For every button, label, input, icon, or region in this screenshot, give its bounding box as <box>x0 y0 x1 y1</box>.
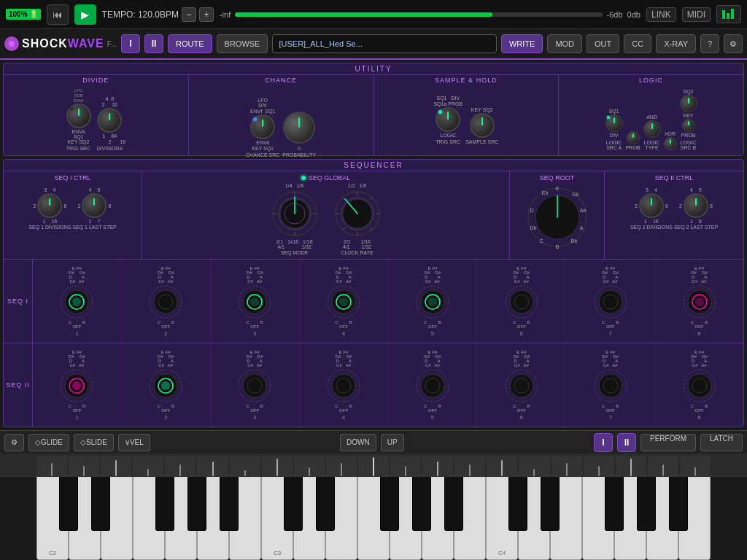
down-button[interactable]: DOWN <box>340 434 376 451</box>
sh-trig-knob[interactable] <box>436 107 460 132</box>
seq2-step-7[interactable]: EF# D#G# DA C#A# CB OFF 7 <box>566 343 655 427</box>
key-gs3[interactable] <box>412 477 431 531</box>
piano-keyboard: C2 C3 C4 <box>0 477 747 560</box>
vel-slider-19[interactable] <box>616 456 646 476</box>
divide-trig-knob[interactable] <box>66 104 91 128</box>
playmode-ii-button[interactable]: II <box>617 433 636 452</box>
vel-slider-6[interactable] <box>197 456 228 476</box>
levels-button[interactable] <box>716 5 741 23</box>
seq1-step-5[interactable]: EF# D#G# DA C#A# CB OFF 5 <box>389 260 478 343</box>
seq1-step-1[interactable]: EF# D#G# DA C#A# CB OFF 1 <box>33 260 122 343</box>
vel-slider-11[interactable] <box>358 456 389 476</box>
out-button[interactable]: OUT <box>587 34 619 53</box>
vel-slider-9[interactable] <box>294 456 325 476</box>
route-button[interactable]: ROUTE <box>168 34 212 53</box>
seq2-last-step-knob[interactable] <box>684 193 708 218</box>
settings-button[interactable]: ⚙ <box>724 34 743 53</box>
playmode-i-button[interactable]: I <box>594 433 613 452</box>
seq2-step-6[interactable]: EF# D#G# DA C#A# CB OFF 6 <box>477 343 566 427</box>
vel-slider-16[interactable] <box>519 456 549 476</box>
vel-slider-3[interactable] <box>101 456 131 476</box>
cc-button[interactable]: CC <box>624 34 651 53</box>
logic-and-knob[interactable] <box>643 120 661 138</box>
vel-slider-20[interactable] <box>648 456 678 476</box>
vel-slider-7[interactable] <box>230 456 260 476</box>
key-as4[interactable] <box>669 477 688 531</box>
vel-slider-18[interactable] <box>584 456 614 476</box>
seq2-divisions-knob[interactable] <box>639 193 664 218</box>
seq1-step-7[interactable]: EF# D#G# DA C#A# CB OFF 7 <box>566 260 655 343</box>
key-fs2[interactable] <box>155 477 174 531</box>
up-button[interactable]: UP <box>381 434 404 451</box>
vel-slider-2[interactable] <box>69 456 99 476</box>
seq1-step-3[interactable]: EF# D#G# DA C#A# CB OFF 3 <box>211 260 300 343</box>
key-fs4[interactable] <box>605 477 624 531</box>
seq2-step-8[interactable]: EF# D#G# DA C#A# CB OFF 8 <box>655 343 743 427</box>
seq1-step-6[interactable]: EF# D#G# DA C#A# CB OFF 6 <box>477 260 566 343</box>
vel-slider-12[interactable] <box>390 456 421 476</box>
browse-button[interactable]: BROWSE <box>217 34 268 53</box>
chance-probability-knob[interactable] <box>283 112 315 144</box>
bottom-controls-bar: ⚙ ◇GLIDE ◇SLIDE ∨VEL DOWN UP I II PERFOR… <box>0 430 747 454</box>
seq2-step-3[interactable]: EF# D#G# DA C#A# CB OFF 3 <box>211 343 300 427</box>
tempo-minus-button[interactable]: − <box>182 7 196 22</box>
seq1-step-8[interactable]: EF# D#G# DA C#A# CB OFF 8 <box>655 260 743 343</box>
key-fs3[interactable] <box>380 477 399 531</box>
write-button[interactable]: WRITE <box>501 34 543 53</box>
key-gs2[interactable] <box>187 477 206 531</box>
logic-sq1-knob[interactable] <box>605 114 623 132</box>
seq2-step-2[interactable]: EF# D#G# DA C#A# CB OFF 2 <box>122 343 211 427</box>
key-as3[interactable] <box>444 477 463 531</box>
play-button[interactable]: ▶ <box>74 4 96 25</box>
logic-prob-knob[interactable] <box>627 131 640 144</box>
seq2-step-1[interactable]: EF# D#G# DA C#A# CB OFF 1 <box>33 343 122 427</box>
vel-slider-14[interactable] <box>454 456 485 476</box>
vel-slider-10[interactable] <box>326 456 357 476</box>
volume-track[interactable] <box>235 12 602 17</box>
plugin-ii-button[interactable]: II <box>144 34 163 53</box>
glide-button[interactable]: ◇GLIDE <box>28 434 69 451</box>
seq1-divisions-knob[interactable] <box>37 193 62 218</box>
vel-button[interactable]: ∨VEL <box>118 434 150 451</box>
perform-button[interactable]: PERFORM <box>640 434 696 451</box>
key-ds2[interactable] <box>91 477 110 531</box>
vel-slider-5[interactable] <box>165 456 196 476</box>
vel-slider-4[interactable] <box>133 456 163 476</box>
logic-sq2-knob[interactable] <box>680 95 697 112</box>
seq1-last-step-knob[interactable] <box>82 193 107 218</box>
key-cs4[interactable] <box>508 477 527 531</box>
xray-button[interactable]: X-RAY <box>656 34 696 53</box>
vel-slider-1[interactable] <box>36 456 67 476</box>
vel-slider-17[interactable] <box>551 456 582 476</box>
plugin-i-button[interactable]: I <box>121 34 140 53</box>
key-gs4[interactable] <box>637 477 656 531</box>
slide-button[interactable]: ◇SLIDE <box>74 434 114 451</box>
seq1-step-4[interactable]: EF# D#G# DA C#A# CB OFF 4 <box>300 260 389 343</box>
help-button[interactable]: ? <box>700 34 719 53</box>
latch-button[interactable]: LATCH <box>700 434 743 451</box>
key-ds4[interactable] <box>541 477 560 531</box>
preset-display[interactable]: [USER]_ALL_Hed Se... <box>272 34 496 53</box>
seq1-step-2[interactable]: EF# D#G# DA C#A# CB OFF 2 <box>122 260 211 343</box>
key-cs2[interactable] <box>59 477 78 531</box>
sh-sample-knob[interactable] <box>470 113 495 138</box>
vel-slider-13[interactable] <box>422 456 453 476</box>
vel-slider-15[interactable] <box>487 456 517 476</box>
vel-slider-21[interactable] <box>680 456 711 476</box>
logic-xor-knob[interactable] <box>664 137 677 150</box>
tempo-plus-button[interactable]: + <box>199 7 214 22</box>
vel-slider-8[interactable] <box>262 456 293 476</box>
mod-button[interactable]: MOD <box>547 34 582 53</box>
divide-divisions-knob[interactable] <box>97 108 122 133</box>
seq2-step-4[interactable]: EF# D#G# DA C#A# CB OFF 4 <box>300 343 389 427</box>
link-button[interactable]: LINK <box>646 7 676 22</box>
logic-key-knob[interactable] <box>682 119 695 132</box>
seq2-step-5[interactable]: EF# D#G# DA C#A# CB OFF 5 <box>389 343 478 427</box>
settings-gear-button[interactable]: ⚙ <box>4 434 24 451</box>
midi-button[interactable]: MIDI <box>682 7 711 22</box>
chance-src-knob[interactable] <box>250 114 275 139</box>
rewind-button[interactable]: ⏮ <box>47 4 69 25</box>
key-as2[interactable] <box>220 477 239 531</box>
key-cs3[interactable] <box>284 477 303 531</box>
key-ds3[interactable] <box>316 477 335 531</box>
